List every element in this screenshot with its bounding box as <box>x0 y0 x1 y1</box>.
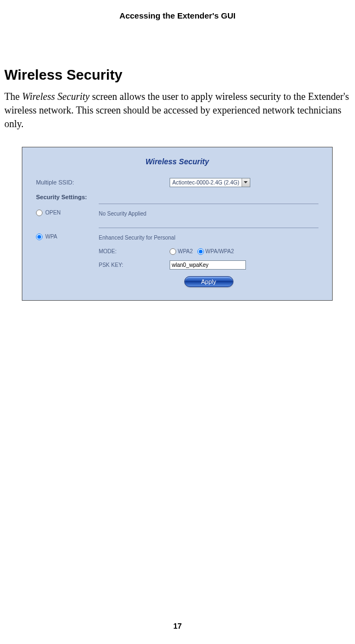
mode-wpa2-option[interactable]: WPA2 <box>170 248 193 255</box>
section-heading: Wireless Security <box>4 67 350 84</box>
settings-panel-screenshot: Wireless Security Multiple SSID: Actiont… <box>22 147 333 301</box>
mode-wpawpa2-radio[interactable] <box>197 248 204 255</box>
ssid-dropdown-value: Actiontec-0000-2.4G (2.4G) <box>170 180 242 186</box>
ssid-dropdown[interactable]: Actiontec-0000-2.4G (2.4G) <box>170 178 250 187</box>
security-settings-label: Security Settings: <box>36 194 318 200</box>
page-number: 17 <box>0 622 355 630</box>
page-header-breadcrumb: Accessing the Extender's GUI <box>5 11 350 20</box>
svg-marker-0 <box>244 181 248 183</box>
open-description: No Security Applied <box>99 207 318 224</box>
divider <box>99 204 318 204</box>
mode-wpa2-radio[interactable] <box>170 248 176 255</box>
mode-wpawpa2-option[interactable]: WPA/WPA2 <box>197 248 234 255</box>
wpa-radio[interactable] <box>36 234 43 240</box>
panel-title: Wireless Security <box>36 157 318 166</box>
open-radio[interactable] <box>36 210 43 216</box>
para-pre: The <box>4 91 22 102</box>
section-paragraph: The Wireless Security screen allows the … <box>4 90 350 132</box>
mode-wpa2-label: WPA2 <box>178 248 193 254</box>
mode-wpawpa2-label: WPA/WPA2 <box>206 248 234 254</box>
wpa-label: WPA <box>45 234 57 240</box>
psk-label: PSK KEY: <box>99 262 170 268</box>
wpa-description: Enhanced Security for Personal <box>99 231 318 243</box>
apply-button[interactable]: Apply <box>184 276 233 287</box>
mode-label: MODE: <box>99 248 170 254</box>
divider <box>99 228 318 228</box>
chevron-down-icon[interactable] <box>242 178 250 187</box>
ssid-label: Multiple SSID: <box>36 179 170 186</box>
psk-input[interactable] <box>170 260 246 270</box>
open-label: OPEN <box>45 210 61 216</box>
para-em: Wireless Security <box>22 91 89 102</box>
